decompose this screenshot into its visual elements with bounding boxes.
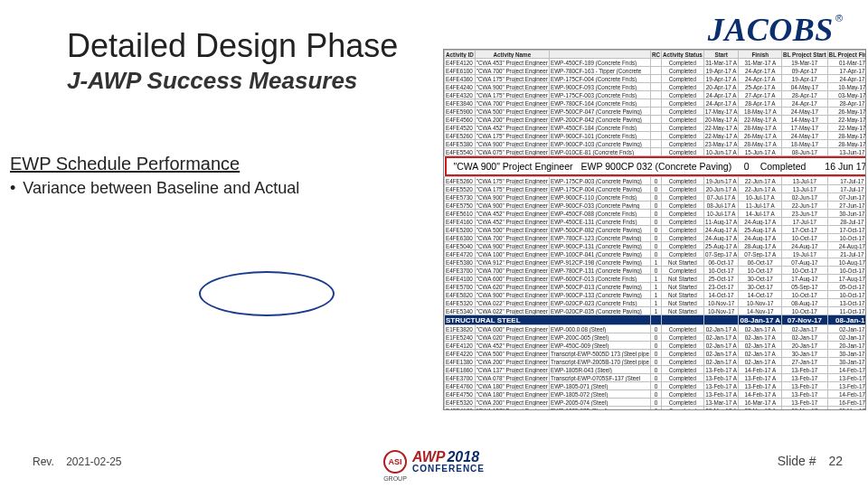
table-row: E4FE1380"CWA 200" Project EngineerTransc…	[445, 358, 867, 366]
col-header: Start	[703, 51, 739, 59]
table-row: E4FE4520"CWA 452" Project EngineerEWP-45…	[445, 124, 867, 132]
col-header: Finish	[739, 51, 782, 59]
table-row: E4FE5820"CWA 900" Project EngineerEWP-90…	[445, 291, 867, 299]
col-header: Activity Name	[475, 51, 549, 59]
col-header: Activity Status	[662, 51, 704, 59]
table-row: E4FE4360"CWA 175" Project EngineerEWP-17…	[445, 75, 867, 83]
table-row: E4FE5380"CWA 900" Project EngineerEWP-90…	[445, 140, 867, 148]
table-row: E4FE5520"CWA 175" Project EngineerEWP-17…	[445, 185, 867, 193]
brand-logo: JACOBS ®	[708, 11, 843, 49]
footer-revision: Rev. 2021-02-25	[33, 455, 122, 468]
table-row: E4FE5200"CWA 500" Project EngineerEWP-50…	[445, 226, 867, 234]
table-row: E4FE4320"CWA 175" Project EngineerEWP-17…	[445, 91, 867, 99]
table-row: E4FE5750"CWA 900" Project EngineerEWP-90…	[445, 202, 867, 210]
table-row: E4FE5700"CWA 620" Project EngineerEWP-50…	[445, 283, 867, 291]
col-header: RC	[650, 51, 661, 59]
table-row: E4FE3700"CWA 700" Project EngineerEWP-78…	[445, 267, 867, 275]
table-row: E4FE4120"CWA 137" Project EngineerEWP-18…	[445, 407, 867, 411]
schedule-table: Activity IDActivity NameRCActivity Statu…	[443, 49, 866, 410]
col-header: BL Project Start	[782, 51, 827, 59]
page-subtitle: J-AWP Success Measures	[67, 67, 357, 95]
bullet-item: • Variance between Baseline and Actual	[10, 179, 299, 198]
table-row: E4FE1860"CWA 137" Project EngineerEWP-18…	[445, 366, 867, 374]
section-heading: EWP Schedule Performance	[10, 154, 240, 174]
brand-name: JACOBS	[708, 11, 834, 49]
table-row: E4FE4220"CWA 500" Project EngineerTransc…	[445, 350, 867, 358]
highlight-row: "CWA 900" Project EngineerEWP 900CP 032 …	[445, 156, 867, 177]
bullet-text: Variance between Baseline and Actual	[23, 179, 299, 198]
table-row: E4FE4560"CWA 200" Project EngineerEWP-20…	[445, 116, 867, 124]
table-header-row: Activity IDActivity NameRCActivity Statu…	[445, 51, 867, 59]
table-row: E4FE4240"CWA 900" Project EngineerEWP-90…	[445, 83, 867, 91]
slide-no: 22	[828, 454, 843, 468]
table-row: E4FE4100"CWA 600" Project EngineerEWP-60…	[445, 275, 867, 283]
bullet-dot-icon: •	[10, 179, 15, 198]
col-header	[549, 51, 650, 59]
table-row: E4FE5540"CWA 075" Project EngineerEWP-01…	[445, 148, 867, 156]
conference-label: CONFERENCE	[412, 464, 485, 474]
footer-conference-logo: GROUP AWP 2018 CONFERENCE	[383, 449, 485, 474]
table-row: E4FE4120"CWA 452" Project EngineerEWP-45…	[445, 342, 867, 350]
col-header: Activity ID	[445, 51, 476, 59]
table-row: E4FE5320"CWA 022" Project EngineerEWP-02…	[445, 299, 867, 307]
asi-logo-icon	[383, 450, 407, 474]
table-row: E4FE5340"CWA 022" Project EngineerEWP-02…	[445, 307, 867, 315]
table-row: E1FE5240"CWA 020" Project EngineerEWP-20…	[445, 333, 867, 342]
table-row: E4FE4120"CWA 453" Project EngineerEWP-45…	[445, 59, 867, 67]
table-row: E4FE4160"CWA 452" Project EngineerEWP-45…	[445, 218, 867, 226]
table-row: E4FE3700"CWA 078" Project EngineerTransc…	[445, 374, 867, 382]
table-row: E4FE6300"CWA 700" Project EngineerEWP-78…	[445, 234, 867, 242]
table-row: E4FE5260"CWA 175" Project EngineerEWP-17…	[445, 177, 867, 185]
col-header: BL Project Finish	[827, 51, 866, 59]
page-title: Detailed Design Phase	[67, 27, 398, 65]
footer-slide-number: Slide # 22	[778, 454, 843, 468]
annotation-oval	[199, 271, 335, 316]
brand-reg: ®	[835, 13, 843, 23]
table-row: E4FE4720"CWA 100" Project EngineerEWP-10…	[445, 250, 867, 258]
table-row: E4FE5610"CWA 452" Project EngineerEWP-45…	[445, 210, 867, 218]
table-row: E4FE4750"CWA 180" Project EngineerEWP-18…	[445, 390, 867, 399]
slide-label: Slide #	[778, 454, 816, 468]
section-row-structural-steel: STRUCTURAL STEEL 08-Jan-17 A 07-Nov-17 0…	[445, 315, 867, 325]
rev-date: 2021-02-25	[66, 455, 121, 468]
table-row: E4FE5730"CWA 900" Project EngineerEWP-90…	[445, 193, 867, 202]
rev-label: Rev.	[33, 455, 54, 468]
table-row: E1FE3820"CWA 000" Project EngineerEWP-00…	[445, 325, 867, 333]
table-row: E4FE3840"CWA 700" Project EngineerEWP-78…	[445, 99, 867, 108]
asi-group-label: GROUP	[383, 475, 407, 482]
table-row: E4FE5320"CWA 200" Project EngineerEWP-20…	[445, 399, 867, 407]
table-row: E4FE5380"CWA 912" Project EngineerEWP-91…	[445, 258, 867, 267]
table-row: E4FE4760"CWA 180" Project EngineerEWP-18…	[445, 382, 867, 390]
table-row: E4FE5260"CWA 175" Project EngineerEWP-90…	[445, 132, 867, 140]
table-row: E4FE5040"CWA 900" Project EngineerEWP-90…	[445, 242, 867, 250]
table-row: E4FE6100"CWA 700" Project EngineerEWP-78…	[445, 67, 867, 75]
table-row: E4FE5900"CWA 500" Project EngineerEWP-50…	[445, 108, 867, 116]
